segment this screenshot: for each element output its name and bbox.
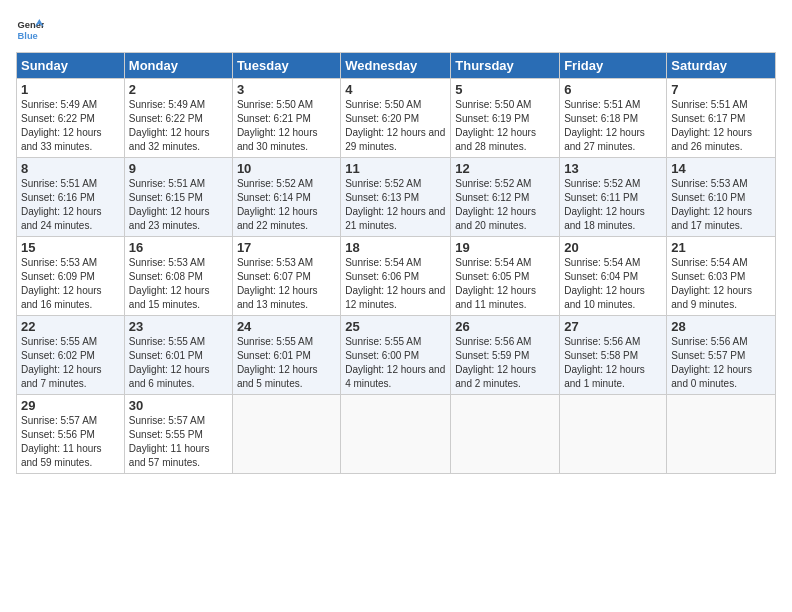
sunset-label: Sunset: 6:07 PM (237, 271, 311, 282)
sunrise-label: Sunrise: 5:51 AM (671, 99, 747, 110)
day-info: Sunrise: 5:52 AM Sunset: 6:13 PM Dayligh… (345, 177, 446, 233)
sunset-label: Sunset: 6:21 PM (237, 113, 311, 124)
calendar-cell: 8 Sunrise: 5:51 AM Sunset: 6:16 PM Dayli… (17, 158, 125, 237)
day-number: 7 (671, 82, 771, 97)
calendar-cell: 19 Sunrise: 5:54 AM Sunset: 6:05 PM Dayl… (451, 237, 560, 316)
day-info: Sunrise: 5:53 AM Sunset: 6:07 PM Dayligh… (237, 256, 336, 312)
sunset-label: Sunset: 6:14 PM (237, 192, 311, 203)
sunrise-label: Sunrise: 5:51 AM (129, 178, 205, 189)
day-info: Sunrise: 5:49 AM Sunset: 6:22 PM Dayligh… (21, 98, 120, 154)
day-info: Sunrise: 5:53 AM Sunset: 6:08 PM Dayligh… (129, 256, 228, 312)
day-info: Sunrise: 5:57 AM Sunset: 5:55 PM Dayligh… (129, 414, 228, 470)
day-number: 1 (21, 82, 120, 97)
sunset-label: Sunset: 5:59 PM (455, 350, 529, 361)
calendar-cell (232, 395, 340, 474)
day-info: Sunrise: 5:51 AM Sunset: 6:15 PM Dayligh… (129, 177, 228, 233)
daylight-label: Daylight: 12 hours and 23 minutes. (129, 206, 210, 231)
day-info: Sunrise: 5:56 AM Sunset: 5:58 PM Dayligh… (564, 335, 662, 391)
day-number: 14 (671, 161, 771, 176)
calendar-cell: 13 Sunrise: 5:52 AM Sunset: 6:11 PM Dayl… (560, 158, 667, 237)
calendar-week-row: 22 Sunrise: 5:55 AM Sunset: 6:02 PM Dayl… (17, 316, 776, 395)
daylight-label: Daylight: 12 hours and 27 minutes. (564, 127, 645, 152)
calendar-cell: 15 Sunrise: 5:53 AM Sunset: 6:09 PM Dayl… (17, 237, 125, 316)
sunset-label: Sunset: 6:12 PM (455, 192, 529, 203)
sunrise-label: Sunrise: 5:56 AM (671, 336, 747, 347)
daylight-label: Daylight: 12 hours and 0 minutes. (671, 364, 752, 389)
day-info: Sunrise: 5:57 AM Sunset: 5:56 PM Dayligh… (21, 414, 120, 470)
day-info: Sunrise: 5:51 AM Sunset: 6:17 PM Dayligh… (671, 98, 771, 154)
daylight-label: Daylight: 12 hours and 6 minutes. (129, 364, 210, 389)
day-number: 24 (237, 319, 336, 334)
calendar-cell: 10 Sunrise: 5:52 AM Sunset: 6:14 PM Dayl… (232, 158, 340, 237)
weekday-header-thursday: Thursday (451, 53, 560, 79)
daylight-label: Daylight: 11 hours and 59 minutes. (21, 443, 102, 468)
sunset-label: Sunset: 6:01 PM (237, 350, 311, 361)
day-info: Sunrise: 5:56 AM Sunset: 5:59 PM Dayligh… (455, 335, 555, 391)
calendar-cell: 29 Sunrise: 5:57 AM Sunset: 5:56 PM Dayl… (17, 395, 125, 474)
day-info: Sunrise: 5:51 AM Sunset: 6:16 PM Dayligh… (21, 177, 120, 233)
calendar-cell: 26 Sunrise: 5:56 AM Sunset: 5:59 PM Dayl… (451, 316, 560, 395)
day-info: Sunrise: 5:55 AM Sunset: 6:02 PM Dayligh… (21, 335, 120, 391)
day-info: Sunrise: 5:50 AM Sunset: 6:21 PM Dayligh… (237, 98, 336, 154)
sunset-label: Sunset: 6:06 PM (345, 271, 419, 282)
sunset-label: Sunset: 6:05 PM (455, 271, 529, 282)
day-number: 25 (345, 319, 446, 334)
sunrise-label: Sunrise: 5:56 AM (455, 336, 531, 347)
day-info: Sunrise: 5:54 AM Sunset: 6:04 PM Dayligh… (564, 256, 662, 312)
daylight-label: Daylight: 12 hours and 29 minutes. (345, 127, 445, 152)
logo: General Blue (16, 16, 44, 44)
calendar-cell (341, 395, 451, 474)
sunrise-label: Sunrise: 5:54 AM (455, 257, 531, 268)
day-number: 30 (129, 398, 228, 413)
sunrise-label: Sunrise: 5:57 AM (21, 415, 97, 426)
calendar-week-row: 15 Sunrise: 5:53 AM Sunset: 6:09 PM Dayl… (17, 237, 776, 316)
sunrise-label: Sunrise: 5:49 AM (129, 99, 205, 110)
sunset-label: Sunset: 5:56 PM (21, 429, 95, 440)
sunset-label: Sunset: 5:55 PM (129, 429, 203, 440)
svg-text:Blue: Blue (18, 31, 38, 41)
calendar-cell: 3 Sunrise: 5:50 AM Sunset: 6:21 PM Dayli… (232, 79, 340, 158)
sunrise-label: Sunrise: 5:52 AM (237, 178, 313, 189)
sunrise-label: Sunrise: 5:51 AM (564, 99, 640, 110)
daylight-label: Daylight: 12 hours and 28 minutes. (455, 127, 536, 152)
day-number: 29 (21, 398, 120, 413)
sunrise-label: Sunrise: 5:54 AM (671, 257, 747, 268)
sunset-label: Sunset: 5:58 PM (564, 350, 638, 361)
daylight-label: Daylight: 12 hours and 1 minute. (564, 364, 645, 389)
calendar-table: SundayMondayTuesdayWednesdayThursdayFrid… (16, 52, 776, 474)
calendar-week-row: 8 Sunrise: 5:51 AM Sunset: 6:16 PM Dayli… (17, 158, 776, 237)
calendar-cell: 24 Sunrise: 5:55 AM Sunset: 6:01 PM Dayl… (232, 316, 340, 395)
day-number: 16 (129, 240, 228, 255)
day-number: 28 (671, 319, 771, 334)
sunset-label: Sunset: 6:02 PM (21, 350, 95, 361)
day-info: Sunrise: 5:56 AM Sunset: 5:57 PM Dayligh… (671, 335, 771, 391)
day-number: 5 (455, 82, 555, 97)
sunset-label: Sunset: 6:01 PM (129, 350, 203, 361)
daylight-label: Daylight: 12 hours and 5 minutes. (237, 364, 318, 389)
calendar-week-row: 1 Sunrise: 5:49 AM Sunset: 6:22 PM Dayli… (17, 79, 776, 158)
daylight-label: Daylight: 12 hours and 7 minutes. (21, 364, 102, 389)
calendar-cell: 11 Sunrise: 5:52 AM Sunset: 6:13 PM Dayl… (341, 158, 451, 237)
sunrise-label: Sunrise: 5:50 AM (345, 99, 421, 110)
daylight-label: Daylight: 12 hours and 32 minutes. (129, 127, 210, 152)
day-number: 4 (345, 82, 446, 97)
sunrise-label: Sunrise: 5:54 AM (345, 257, 421, 268)
sunrise-label: Sunrise: 5:50 AM (455, 99, 531, 110)
sunrise-label: Sunrise: 5:54 AM (564, 257, 640, 268)
sunset-label: Sunset: 6:16 PM (21, 192, 95, 203)
daylight-label: Daylight: 12 hours and 22 minutes. (237, 206, 318, 231)
sunset-label: Sunset: 6:13 PM (345, 192, 419, 203)
sunrise-label: Sunrise: 5:56 AM (564, 336, 640, 347)
weekday-header-wednesday: Wednesday (341, 53, 451, 79)
sunrise-label: Sunrise: 5:51 AM (21, 178, 97, 189)
weekday-header-sunday: Sunday (17, 53, 125, 79)
calendar-cell: 4 Sunrise: 5:50 AM Sunset: 6:20 PM Dayli… (341, 79, 451, 158)
calendar-cell (667, 395, 776, 474)
weekday-header-friday: Friday (560, 53, 667, 79)
day-info: Sunrise: 5:52 AM Sunset: 6:14 PM Dayligh… (237, 177, 336, 233)
day-info: Sunrise: 5:52 AM Sunset: 6:12 PM Dayligh… (455, 177, 555, 233)
day-number: 21 (671, 240, 771, 255)
calendar-cell: 12 Sunrise: 5:52 AM Sunset: 6:12 PM Dayl… (451, 158, 560, 237)
daylight-label: Daylight: 12 hours and 12 minutes. (345, 285, 445, 310)
daylight-label: Daylight: 12 hours and 11 minutes. (455, 285, 536, 310)
